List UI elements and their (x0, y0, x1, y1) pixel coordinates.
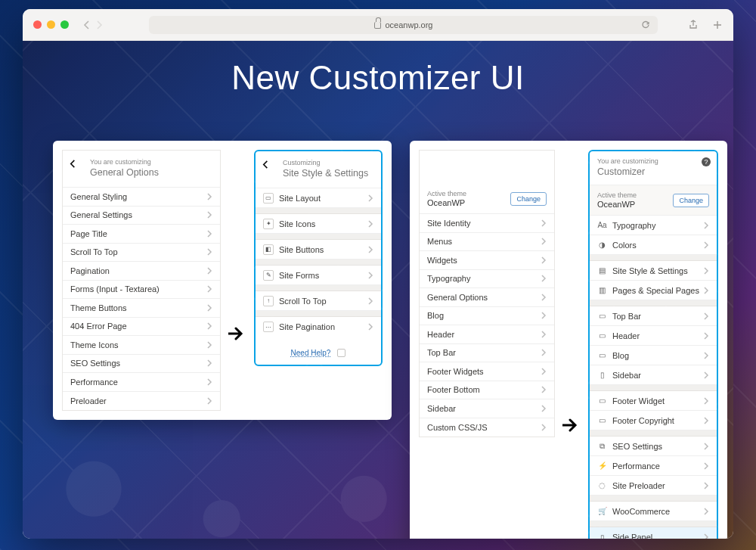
chevron-right-icon (703, 533, 709, 539)
panel-item[interactable]: Custom CSS/JS (420, 418, 554, 437)
panel-item-label: Blog (612, 351, 629, 360)
panel-item[interactable]: ▭Site Layout (256, 188, 381, 208)
change-theme-button[interactable]: Change (673, 194, 709, 207)
panel-item[interactable]: General Settings (63, 207, 220, 225)
panel-item[interactable]: Performance (63, 373, 220, 392)
panel-item[interactable]: Top Bar (420, 344, 554, 363)
panel-customizer-old: Active theme OceanWP Change Site Identit… (419, 150, 555, 437)
panel-item-label: 404 Error Page (70, 322, 127, 331)
panel-item[interactable]: ▯Sidebar (590, 365, 717, 385)
item-icon: ⋯ (263, 322, 274, 332)
chevron-right-icon (367, 220, 373, 228)
panel-item[interactable]: Header (420, 325, 554, 344)
panel-item[interactable]: Menus (420, 233, 554, 252)
chevron-right-icon (206, 267, 212, 275)
minimize-window-icon[interactable] (47, 20, 55, 29)
panel-item-label: Footer Copyright (612, 416, 674, 425)
panel-item[interactable]: ▭Blog (590, 346, 717, 365)
panel-item[interactable]: Scroll To Top (63, 244, 220, 263)
close-window-icon[interactable] (33, 20, 42, 29)
panel-item-label: Side Panel (612, 533, 652, 539)
panel-item[interactable]: ✎Site Forms (256, 266, 381, 285)
panel-item[interactable]: Forms (Input - Textarea) (63, 281, 220, 300)
item-icon: ▯ (597, 370, 607, 380)
chevron-right-icon (541, 294, 547, 301)
panel-item[interactable]: ▭Top Bar (590, 306, 717, 326)
panel-item[interactable]: ◧Site Buttons (256, 240, 381, 259)
panel-item[interactable]: Site Identity (420, 214, 554, 233)
panel-item-label: Forms (Input - Textarea) (70, 284, 160, 294)
chevron-right-icon (703, 508, 709, 515)
panel-item[interactable]: ▤Site Style & Settings (590, 261, 717, 281)
panel-item[interactable]: General Styling (63, 188, 220, 207)
back-icon[interactable] (69, 160, 77, 168)
panel-item-label: Typography (612, 221, 655, 230)
panel-item[interactable]: ▭Footer Copyright (590, 411, 717, 430)
share-icon[interactable] (688, 20, 699, 30)
panel-item[interactable]: ⚡Performance (590, 456, 717, 476)
panel-item[interactable]: Typography (420, 270, 554, 289)
panel-subtitle: You are customizing (597, 157, 709, 165)
chevron-right-icon (703, 417, 709, 424)
chevron-right-icon (541, 331, 547, 338)
panel-item-label: Footer Widgets (427, 367, 484, 376)
panel-item[interactable]: SEO Settings (63, 355, 220, 374)
chevron-right-icon (703, 443, 709, 450)
reload-icon[interactable] (641, 20, 650, 30)
panel-item[interactable]: Footer Widgets (420, 362, 554, 381)
panel-item-label: Custom CSS/JS (427, 423, 487, 432)
panel-item[interactable]: General Options (420, 288, 554, 307)
need-help-link[interactable]: Need Help? (291, 349, 331, 357)
panel-item-label: Site Pagination (279, 322, 335, 331)
panel-subtitle: You are customizing (90, 158, 211, 166)
panel-item[interactable]: ▭Header (590, 326, 717, 346)
panel-item-label: Colors (612, 241, 637, 250)
panel-item[interactable]: ⋯Site Pagination (256, 317, 381, 337)
panel-item[interactable]: Footer Bottom (420, 381, 554, 400)
chevron-right-icon (541, 424, 547, 431)
item-icon: ◧ (263, 244, 274, 255)
browser-chrome: oceanwp.org (23, 9, 733, 41)
panel-item[interactable]: Blog (420, 307, 554, 326)
zoom-window-icon[interactable] (60, 20, 69, 29)
panel-item[interactable]: Theme Buttons (63, 299, 220, 318)
panel-item[interactable]: ◌Site Preloader (590, 476, 717, 496)
panel-item[interactable]: Pagination (63, 262, 220, 281)
nav-back-icon[interactable] (82, 20, 91, 30)
change-theme-button[interactable]: Change (510, 192, 547, 206)
panel-item[interactable]: Page Title (63, 225, 220, 244)
panel-item[interactable]: ↑Scroll To Top (256, 291, 381, 311)
chevron-right-icon (367, 272, 373, 279)
help-icon[interactable]: ? (702, 157, 711, 166)
help-doc-icon[interactable] (337, 349, 345, 357)
panel-item-label: General Settings (70, 210, 132, 219)
panel-item[interactable]: Preloader (63, 392, 220, 411)
comparison-card-left: You are customizing General Options Gene… (53, 141, 392, 420)
chevron-right-icon (703, 332, 709, 340)
panel-item[interactable]: Sidebar (420, 399, 554, 418)
panel-item[interactable]: ▥Pages & Special Pages (590, 281, 717, 300)
panel-item[interactable]: ◑Colors (590, 235, 717, 255)
chevron-right-icon (541, 312, 547, 319)
panel-item[interactable]: 404 Error Page (63, 318, 220, 337)
chevron-right-icon (367, 246, 373, 253)
chevron-right-icon (703, 312, 709, 320)
panel-item[interactable]: 🛒WooCommerce (590, 502, 717, 521)
panel-item-label: Site Buttons (279, 245, 324, 254)
panel-item[interactable]: Theme Icons (63, 336, 220, 355)
url-bar[interactable]: oceanwp.org (149, 16, 658, 34)
panel-item[interactable]: ▭Footer Widget (590, 391, 717, 411)
panel-item-label: Widgets (427, 256, 457, 265)
panel-title: General Options (90, 167, 211, 178)
panel-item[interactable]: ⧉SEO Settings (590, 437, 717, 456)
new-tab-icon[interactable] (712, 20, 723, 30)
panel-item[interactable]: ✦Site Icons (256, 214, 381, 234)
item-icon: ▭ (263, 193, 274, 204)
panel-item[interactable]: Widgets (420, 251, 554, 270)
panel-item[interactable]: ▯Side Panel (590, 527, 717, 539)
panel-item[interactable]: AaTypography (590, 216, 717, 235)
back-icon[interactable] (262, 160, 270, 169)
nav-forward-icon[interactable] (94, 20, 104, 30)
active-theme-label: Active theme (597, 191, 637, 199)
panel-item-label: Pages & Special Pages (612, 286, 699, 295)
